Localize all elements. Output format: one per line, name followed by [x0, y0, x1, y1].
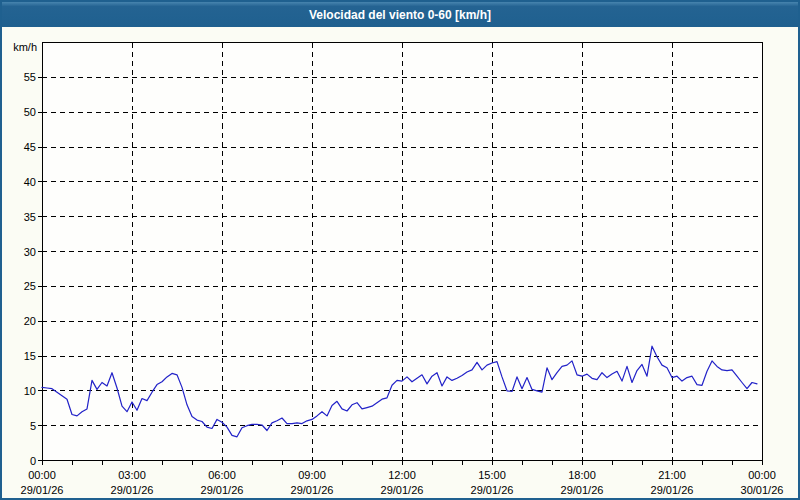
wind-speed-chart: 0510152025303540455055km/h00:0029/01/260…	[2, 2, 800, 500]
x-tick-time-label: 21:00	[658, 469, 686, 481]
y-tick-label: 35	[24, 211, 36, 223]
x-tick-date-label: 29/01/26	[651, 484, 694, 496]
y-tick-label: 20	[24, 315, 36, 327]
x-tick-time-label: 15:00	[478, 469, 506, 481]
window-title: Velocidad del viento 0-60 [km/h]	[309, 8, 491, 22]
x-tick-date-label: 29/01/26	[111, 484, 154, 496]
x-tick-date-label: 29/01/26	[21, 484, 64, 496]
x-tick-date-label: 29/01/26	[291, 484, 334, 496]
y-tick-label: 15	[24, 350, 36, 362]
y-axis-labels: 0510152025303540455055km/h	[13, 41, 42, 467]
x-tick-time-label: 12:00	[388, 469, 416, 481]
x-tick-time-label: 18:00	[568, 469, 596, 481]
x-tick-date-label: 29/01/26	[471, 484, 514, 496]
x-tick-time-label: 00:00	[28, 469, 56, 481]
x-tick-date-label: 29/01/26	[201, 484, 244, 496]
y-axis-unit-label: km/h	[13, 41, 37, 53]
y-tick-label: 0	[30, 455, 36, 467]
title-bar: Velocidad del viento 0-60 [km/h]	[2, 2, 798, 27]
x-tick-time-label: 09:00	[298, 469, 326, 481]
y-tick-label: 50	[24, 106, 36, 118]
y-tick-label: 25	[24, 280, 36, 292]
y-tick-label: 45	[24, 141, 36, 153]
x-tick-date-label: 30/01/26	[741, 484, 784, 496]
x-tick-time-label: 06:00	[208, 469, 236, 481]
x-tick-time-label: 00:00	[748, 469, 776, 481]
x-axis-ticks	[42, 461, 762, 465]
y-tick-label: 10	[24, 385, 36, 397]
x-axis-labels: 00:0029/01/2603:0029/01/2606:0029/01/260…	[21, 469, 784, 496]
y-tick-label: 5	[30, 420, 36, 432]
y-tick-label: 55	[24, 71, 36, 83]
y-tick-label: 40	[24, 176, 36, 188]
x-tick-date-label: 29/01/26	[561, 484, 604, 496]
wind-chart-window: Velocidad del viento 0-60 [km/h] 0510152…	[0, 0, 800, 500]
x-tick-date-label: 29/01/26	[381, 484, 424, 496]
y-tick-label: 30	[24, 246, 36, 258]
x-tick-time-label: 03:00	[118, 469, 146, 481]
